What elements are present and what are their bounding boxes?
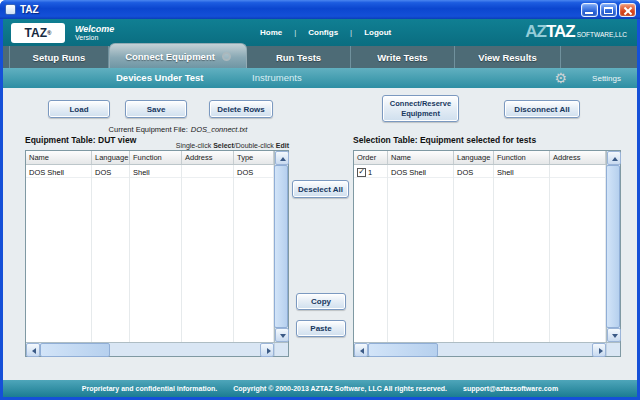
footer-proprietary: Proprietary and confidential information… <box>82 385 217 392</box>
column-type: DOS <box>234 165 274 342</box>
equipment-table-grid: Name Language Function Address Type DOS … <box>26 151 274 342</box>
table-cell-language[interactable]: DOS <box>92 165 129 178</box>
hint-edit: Edit <box>276 142 289 149</box>
settings-label[interactable]: Settings <box>592 74 621 83</box>
selection-table-hscroll-row <box>354 342 620 356</box>
equipment-table-header: Name Language Function Address Type <box>26 151 274 165</box>
scrollbar-corner <box>274 343 288 356</box>
table-cell-language[interactable]: DOS <box>454 165 493 178</box>
column-header-type: Type <box>234 151 274 164</box>
scroll-right-button[interactable] <box>260 343 274 357</box>
tab-setup-runs[interactable]: Setup Runs <box>9 46 109 68</box>
selection-table: Order Name Language Function Address ✓ 1 <box>353 150 621 357</box>
app-window: TAZ TAZ® Welcome Version Home | Configs … <box>0 0 640 400</box>
selection-table-title: Selection Table: Equipment selected for … <box>353 135 536 145</box>
nav-logout[interactable]: Logout <box>364 28 391 37</box>
column-header-language: Language <box>454 151 494 164</box>
column-language: DOS <box>92 165 130 342</box>
tab-write-tests[interactable]: Write Tests <box>351 46 455 68</box>
row-checkbox[interactable]: ✓ <box>357 168 366 177</box>
gear-icon[interactable]: ⚙ <box>554 69 567 87</box>
column-header-address: Address <box>182 151 234 164</box>
column-header-function: Function <box>130 151 182 164</box>
column-header-name: Name <box>26 151 92 164</box>
table-cell-type[interactable]: DOS <box>234 165 273 178</box>
scroll-left-button[interactable] <box>26 343 40 357</box>
horizontal-scrollbar[interactable] <box>354 343 606 356</box>
scrollbar-thumb[interactable] <box>40 343 110 357</box>
order-value: 1 <box>368 168 372 177</box>
scroll-down-button[interactable] <box>607 328 621 342</box>
column-function: Shell <box>130 165 182 342</box>
tab-bar-filler <box>561 46 631 68</box>
nav-home[interactable]: Home <box>260 28 282 37</box>
vertical-scrollbar[interactable] <box>606 151 620 342</box>
scrollbar-thumb[interactable] <box>368 343 438 357</box>
scroll-up-button[interactable] <box>275 151 289 165</box>
subtab-instruments[interactable]: Instruments <box>252 72 302 83</box>
column-address <box>182 165 234 342</box>
scroll-down-button[interactable] <box>275 328 289 342</box>
horizontal-scrollbar[interactable] <box>26 343 274 356</box>
brand-suffix: SOFTWARE,LLC <box>577 31 627 38</box>
table-cell-order[interactable]: ✓ 1 <box>354 165 387 178</box>
table-cell-function[interactable]: Shell <box>494 165 549 178</box>
column-header-order: Order <box>354 151 388 164</box>
brand-prefix: AZ <box>525 22 546 42</box>
table-hint: Single-click Select/Double-click Edit <box>123 142 289 149</box>
column-name: DOS Shell <box>26 165 92 342</box>
tab-label: Setup Runs <box>33 52 86 63</box>
equipment-table-area: Name Language Function Address Type DOS … <box>26 151 288 342</box>
sub-tab-bar: Devices Under Test Instruments ⚙ Setting… <box>3 68 637 88</box>
nav-configs[interactable]: Configs <box>308 28 338 37</box>
table-cell-name[interactable]: DOS Shell <box>26 165 91 178</box>
current-file-value: DOS_connect.txt <box>191 125 248 134</box>
tab-connect-equipment[interactable]: Connect Equipment <box>109 43 247 68</box>
close-button[interactable] <box>619 3 636 17</box>
version-text: Version <box>75 34 114 41</box>
scrollbar-thumb[interactable] <box>606 165 620 328</box>
table-cell-address[interactable] <box>550 165 605 178</box>
equipment-table-title: Equipment Table: DUT view <box>25 135 136 145</box>
app-header: TAZ® Welcome Version Home | Configs | Lo… <box>3 19 637 46</box>
nav-separator: | <box>294 28 296 37</box>
brand-logo: AZ TAZ SOFTWARE,LLC <box>525 22 627 42</box>
taz-logo-text: TAZ <box>25 26 47 40</box>
delete-rows-button[interactable]: Delete Rows <box>209 100 273 118</box>
table-cell-function[interactable]: Shell <box>130 165 181 178</box>
scroll-up-button[interactable] <box>607 151 621 165</box>
scrollbar-thumb[interactable] <box>274 165 288 328</box>
maximize-button[interactable] <box>600 3 617 17</box>
scrollbar-track[interactable] <box>110 343 260 356</box>
column-order: ✓ 1 <box>354 165 388 342</box>
tab-label: Connect Equipment <box>125 51 215 62</box>
selection-table-grid: Order Name Language Function Address ✓ 1 <box>354 151 606 342</box>
current-file-label: Current Equipment File: <box>109 125 188 134</box>
minimize-button[interactable] <box>581 3 598 17</box>
save-button[interactable]: Save <box>125 100 187 118</box>
vertical-scrollbar[interactable] <box>274 151 288 342</box>
scroll-left-button[interactable] <box>354 343 368 357</box>
tab-run-tests[interactable]: Run Tests <box>247 46 351 68</box>
window-body: TAZ® Welcome Version Home | Configs | Lo… <box>3 19 637 397</box>
minimize-icon <box>585 12 593 14</box>
load-button[interactable]: Load <box>48 100 110 118</box>
paste-button[interactable]: Paste <box>296 320 346 337</box>
table-cell-name[interactable]: DOS Shell <box>388 165 453 178</box>
copy-button[interactable]: Copy <box>296 293 346 310</box>
current-equipment-file: Current Equipment File:DOS_connect.txt <box>63 125 293 134</box>
equipment-table: Name Language Function Address Type DOS … <box>25 150 289 357</box>
registered-mark: ® <box>47 30 51 36</box>
table-cell-address[interactable] <box>182 165 233 178</box>
connect-reserve-equipment-button[interactable]: Connect/Reserve Equipment <box>382 95 459 122</box>
scrollbar-track[interactable] <box>438 343 592 356</box>
scroll-right-button[interactable] <box>592 343 606 357</box>
disconnect-all-button[interactable]: Disconnect All <box>504 100 580 118</box>
equipment-table-hscroll-row <box>26 342 288 356</box>
footer-support-email[interactable]: support@aztazsoftware.com <box>463 385 558 392</box>
deselect-all-button[interactable]: Deselect All <box>292 180 349 198</box>
tab-view-results[interactable]: View Results <box>455 46 561 68</box>
subtab-devices-under-test[interactable]: Devices Under Test <box>116 72 203 83</box>
hint-select: Select <box>213 142 234 149</box>
maximize-icon <box>604 7 613 14</box>
